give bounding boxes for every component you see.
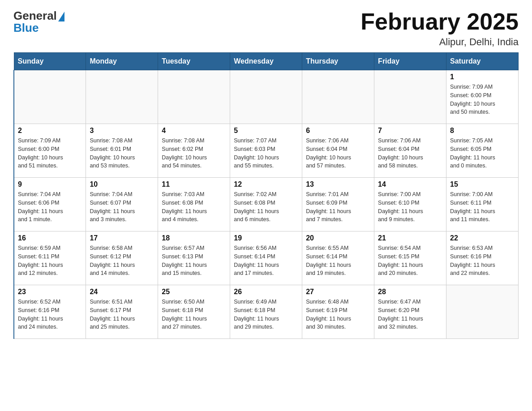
day-info: Sunrise: 7:00 AM Sunset: 6:11 PM Dayligh… <box>450 190 515 224</box>
day-number: 19 <box>234 234 298 242</box>
day-number: 17 <box>90 234 154 242</box>
day-info: Sunrise: 6:59 AM Sunset: 6:11 PM Dayligh… <box>18 244 82 278</box>
day-number: 27 <box>306 288 370 296</box>
day-info: Sunrise: 7:07 AM Sunset: 6:03 PM Dayligh… <box>234 137 298 170</box>
calendar-subtitle: Alipur, Delhi, India <box>360 36 519 48</box>
day-info: Sunrise: 6:55 AM Sunset: 6:14 PM Dayligh… <box>306 244 370 278</box>
day-info: Sunrise: 6:48 AM Sunset: 6:19 PM Dayligh… <box>306 298 370 331</box>
day-info: Sunrise: 7:09 AM Sunset: 6:00 PM Dayligh… <box>450 83 515 116</box>
calendar-week-row: 2Sunrise: 7:09 AM Sunset: 6:00 PM Daylig… <box>14 124 519 178</box>
day-info: Sunrise: 6:57 AM Sunset: 6:13 PM Dayligh… <box>162 244 226 278</box>
calendar-body: 1Sunrise: 7:09 AM Sunset: 6:00 PM Daylig… <box>14 70 519 339</box>
day-info: Sunrise: 6:56 AM Sunset: 6:14 PM Dayligh… <box>234 244 298 278</box>
day-info: Sunrise: 7:04 AM Sunset: 6:07 PM Dayligh… <box>90 190 154 224</box>
day-number: 18 <box>162 234 226 242</box>
day-info: Sunrise: 7:09 AM Sunset: 6:00 PM Dayligh… <box>18 137 82 170</box>
col-monday: Monday <box>86 53 158 70</box>
day-number: 8 <box>450 127 515 135</box>
day-info: Sunrise: 7:05 AM Sunset: 6:05 PM Dayligh… <box>450 137 515 170</box>
day-info: Sunrise: 7:01 AM Sunset: 6:09 PM Dayligh… <box>306 190 370 224</box>
calendar-cell: 21Sunrise: 6:54 AM Sunset: 6:15 PM Dayli… <box>374 231 446 285</box>
day-number: 5 <box>234 127 298 135</box>
title-block: February 2025 Alipur, Delhi, India <box>360 9 519 48</box>
day-info: Sunrise: 7:04 AM Sunset: 6:06 PM Dayligh… <box>18 190 82 224</box>
day-info: Sunrise: 6:49 AM Sunset: 6:18 PM Dayligh… <box>234 298 298 331</box>
day-info: Sunrise: 6:58 AM Sunset: 6:12 PM Dayligh… <box>90 244 154 278</box>
day-info: Sunrise: 6:53 AM Sunset: 6:16 PM Dayligh… <box>450 244 515 278</box>
calendar-week-row: 23Sunrise: 6:52 AM Sunset: 6:16 PM Dayli… <box>14 285 519 339</box>
calendar-table: Sunday Monday Tuesday Wednesday Thursday… <box>13 52 519 339</box>
day-number: 6 <box>306 127 370 135</box>
day-number: 10 <box>90 180 154 188</box>
day-number: 23 <box>18 288 82 296</box>
day-number: 7 <box>378 127 442 135</box>
calendar-week-row: 16Sunrise: 6:59 AM Sunset: 6:11 PM Dayli… <box>14 231 519 285</box>
day-info: Sunrise: 7:08 AM Sunset: 6:01 PM Dayligh… <box>90 137 154 170</box>
calendar-cell: 9Sunrise: 7:04 AM Sunset: 6:06 PM Daylig… <box>14 178 86 231</box>
day-info: Sunrise: 7:06 AM Sunset: 6:04 PM Dayligh… <box>378 137 442 170</box>
calendar-cell <box>446 285 519 339</box>
day-number: 28 <box>378 288 442 296</box>
calendar-cell: 10Sunrise: 7:04 AM Sunset: 6:07 PM Dayli… <box>86 178 158 231</box>
calendar-cell: 1Sunrise: 7:09 AM Sunset: 6:00 PM Daylig… <box>446 70 519 124</box>
day-info: Sunrise: 6:52 AM Sunset: 6:16 PM Dayligh… <box>18 298 82 331</box>
calendar-cell: 27Sunrise: 6:48 AM Sunset: 6:19 PM Dayli… <box>302 285 374 339</box>
calendar-cell: 23Sunrise: 6:52 AM Sunset: 6:16 PM Dayli… <box>14 285 86 339</box>
calendar-cell <box>14 70 86 124</box>
day-number: 21 <box>378 234 442 242</box>
day-number: 12 <box>234 180 298 188</box>
day-number: 16 <box>18 234 82 242</box>
logo-triangle-icon <box>58 12 64 21</box>
page-header: General Blue February 2025 Alipur, Delhi… <box>13 9 519 48</box>
day-info: Sunrise: 7:03 AM Sunset: 6:08 PM Dayligh… <box>162 190 226 224</box>
calendar-cell: 4Sunrise: 7:08 AM Sunset: 6:02 PM Daylig… <box>158 124 230 178</box>
col-thursday: Thursday <box>302 53 374 70</box>
calendar-cell: 8Sunrise: 7:05 AM Sunset: 6:05 PM Daylig… <box>446 124 519 178</box>
day-number: 4 <box>162 127 226 135</box>
calendar-cell <box>230 70 302 124</box>
day-info: Sunrise: 7:02 AM Sunset: 6:08 PM Dayligh… <box>234 190 298 224</box>
calendar-cell: 18Sunrise: 6:57 AM Sunset: 6:13 PM Dayli… <box>158 231 230 285</box>
calendar-cell: 17Sunrise: 6:58 AM Sunset: 6:12 PM Dayli… <box>86 231 158 285</box>
calendar-cell: 13Sunrise: 7:01 AM Sunset: 6:09 PM Dayli… <box>302 178 374 231</box>
day-number: 20 <box>306 234 370 242</box>
day-info: Sunrise: 6:50 AM Sunset: 6:18 PM Dayligh… <box>162 298 226 331</box>
calendar-cell: 15Sunrise: 7:00 AM Sunset: 6:11 PM Dayli… <box>446 178 519 231</box>
day-number: 1 <box>450 73 515 81</box>
calendar-cell: 11Sunrise: 7:03 AM Sunset: 6:08 PM Dayli… <box>158 178 230 231</box>
calendar-cell: 7Sunrise: 7:06 AM Sunset: 6:04 PM Daylig… <box>374 124 446 178</box>
day-number: 26 <box>234 288 298 296</box>
day-number: 9 <box>18 180 82 188</box>
calendar-cell <box>86 70 158 124</box>
day-number: 25 <box>162 288 226 296</box>
calendar-cell <box>374 70 446 124</box>
day-number: 22 <box>450 234 515 242</box>
day-number: 24 <box>90 288 154 296</box>
calendar-cell: 5Sunrise: 7:07 AM Sunset: 6:03 PM Daylig… <box>230 124 302 178</box>
day-number: 14 <box>378 180 442 188</box>
calendar-title: February 2025 <box>360 9 519 34</box>
day-number: 2 <box>18 127 82 135</box>
calendar-cell: 14Sunrise: 7:00 AM Sunset: 6:10 PM Dayli… <box>374 178 446 231</box>
day-info: Sunrise: 7:00 AM Sunset: 6:10 PM Dayligh… <box>378 190 442 224</box>
calendar-cell: 16Sunrise: 6:59 AM Sunset: 6:11 PM Dayli… <box>14 231 86 285</box>
day-number: 13 <box>306 180 370 188</box>
calendar-cell: 22Sunrise: 6:53 AM Sunset: 6:16 PM Dayli… <box>446 231 519 285</box>
logo: General Blue <box>13 9 64 35</box>
calendar-cell: 3Sunrise: 7:08 AM Sunset: 6:01 PM Daylig… <box>86 124 158 178</box>
day-info: Sunrise: 6:54 AM Sunset: 6:15 PM Dayligh… <box>378 244 442 278</box>
col-saturday: Saturday <box>446 53 519 70</box>
calendar-cell: 25Sunrise: 6:50 AM Sunset: 6:18 PM Dayli… <box>158 285 230 339</box>
calendar-header: Sunday Monday Tuesday Wednesday Thursday… <box>14 53 519 70</box>
col-tuesday: Tuesday <box>158 53 230 70</box>
col-sunday: Sunday <box>14 53 86 70</box>
calendar-cell: 19Sunrise: 6:56 AM Sunset: 6:14 PM Dayli… <box>230 231 302 285</box>
day-info: Sunrise: 7:06 AM Sunset: 6:04 PM Dayligh… <box>306 137 370 170</box>
day-info: Sunrise: 6:47 AM Sunset: 6:20 PM Dayligh… <box>378 298 442 331</box>
day-info: Sunrise: 6:51 AM Sunset: 6:17 PM Dayligh… <box>90 298 154 331</box>
calendar-cell: 6Sunrise: 7:06 AM Sunset: 6:04 PM Daylig… <box>302 124 374 178</box>
day-info: Sunrise: 7:08 AM Sunset: 6:02 PM Dayligh… <box>162 137 226 170</box>
calendar-cell: 28Sunrise: 6:47 AM Sunset: 6:20 PM Dayli… <box>374 285 446 339</box>
col-friday: Friday <box>374 53 446 70</box>
col-wednesday: Wednesday <box>230 53 302 70</box>
